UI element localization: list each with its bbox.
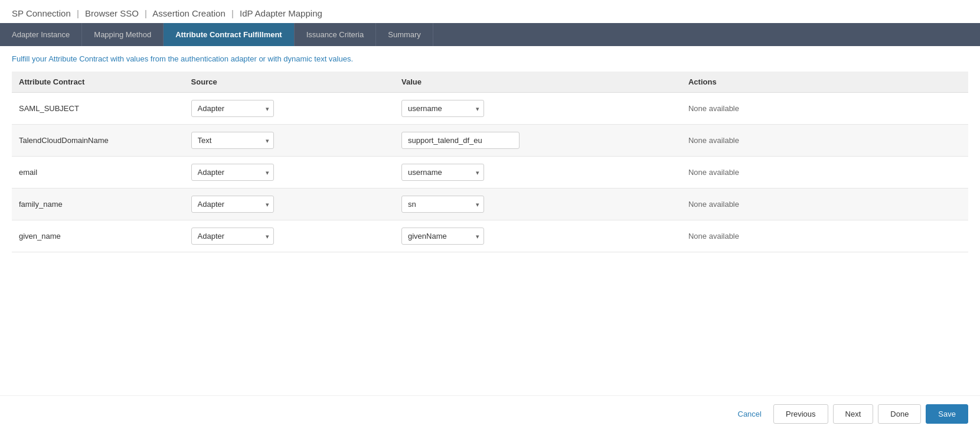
header-actions: Actions — [681, 72, 968, 93]
cell-value — [394, 125, 681, 157]
breadcrumb-sep-3: | — [231, 8, 234, 18]
cell-actions: None available — [681, 125, 968, 157]
cell-actions: None available — [681, 157, 968, 189]
source-select[interactable]: AdapterTextExpressionContext — [191, 196, 274, 213]
attribute-table: Attribute Contract Source Value Actions … — [12, 72, 968, 252]
attribute-table-container: Attribute Contract Source Value Actions … — [0, 72, 980, 252]
breadcrumb-sep-2: | — [145, 8, 147, 18]
cell-actions: None available — [681, 93, 968, 125]
cell-source: AdapterTextExpressionContext — [184, 157, 394, 189]
tab-summary[interactable]: Summary — [376, 23, 433, 46]
source-select[interactable]: AdapterTextExpressionContext — [191, 100, 274, 117]
breadcrumb-sp-connection[interactable]: SP Connection — [12, 8, 71, 18]
cell-value: usernameemailsngivenName — [394, 220, 681, 252]
table-row: SAML_SUBJECTAdapterTextExpressionContext… — [12, 93, 968, 125]
cell-actions: None available — [681, 189, 968, 220]
value-select[interactable]: usernameemailsngivenName — [401, 164, 484, 181]
table-row: emailAdapterTextExpressionContextusernam… — [12, 157, 968, 189]
tab-issuance-criteria[interactable]: Issuance Criteria — [295, 23, 377, 46]
cell-value: usernameemailsngivenName — [394, 157, 681, 189]
cell-contract: given_name — [12, 220, 184, 252]
cell-contract: TalendCloudDomainName — [12, 125, 184, 157]
cell-contract: family_name — [12, 189, 184, 220]
table-header-row: Attribute Contract Source Value Actions — [12, 72, 968, 93]
value-select[interactable]: usernameemailsngivenName — [401, 196, 484, 213]
cell-source: AdapterTextExpressionContext — [184, 189, 394, 220]
tab-bar: Adapter Instance Mapping Method Attribut… — [0, 23, 980, 46]
breadcrumb: SP Connection | Browser SSO | Assertion … — [0, 0, 980, 23]
source-select[interactable]: AdapterTextExpressionContext — [191, 228, 274, 245]
header-source: Source — [184, 72, 394, 93]
header-attribute-contract: Attribute Contract — [12, 72, 184, 93]
breadcrumb-idp-adapter-mapping: IdP Adapter Mapping — [240, 8, 322, 18]
cell-value: usernameemailsngivenName — [394, 189, 681, 220]
table-row: given_nameAdapterTextExpressionContextus… — [12, 220, 968, 252]
value-select[interactable]: usernameemailsngivenName — [401, 228, 484, 245]
cell-contract: SAML_SUBJECT — [12, 93, 184, 125]
cell-contract: email — [12, 157, 184, 189]
breadcrumb-sep-1: | — [77, 8, 79, 18]
value-text-input[interactable] — [401, 132, 520, 149]
tab-adapter-instance[interactable]: Adapter Instance — [0, 23, 82, 46]
tab-mapping-method[interactable]: Mapping Method — [82, 23, 164, 46]
table-row: family_nameAdapterTextExpressionContextu… — [12, 189, 968, 220]
cell-source: AdapterTextExpressionContext — [184, 220, 394, 252]
cell-value: usernameemailsngivenName — [394, 93, 681, 125]
cell-source: AdapterTextExpressionContext — [184, 125, 394, 157]
cell-source: AdapterTextExpressionContext — [184, 93, 394, 125]
table-row: TalendCloudDomainNameAdapterTextExpressi… — [12, 125, 968, 157]
tab-attribute-contract[interactable]: Attribute Contract Fulfillment — [164, 23, 295, 46]
source-select[interactable]: AdapterTextExpressionContext — [191, 164, 274, 181]
breadcrumb-assertion-creation[interactable]: Assertion Creation — [152, 8, 225, 18]
header-value: Value — [394, 72, 681, 93]
cell-actions: None available — [681, 220, 968, 252]
value-select[interactable]: usernameemailsngivenName — [401, 100, 484, 117]
source-select[interactable]: AdapterTextExpressionContext — [191, 132, 274, 149]
breadcrumb-browser-sso[interactable]: Browser SSO — [85, 8, 139, 18]
page-description: Fulfill your Attribute Contract with val… — [0, 46, 980, 68]
